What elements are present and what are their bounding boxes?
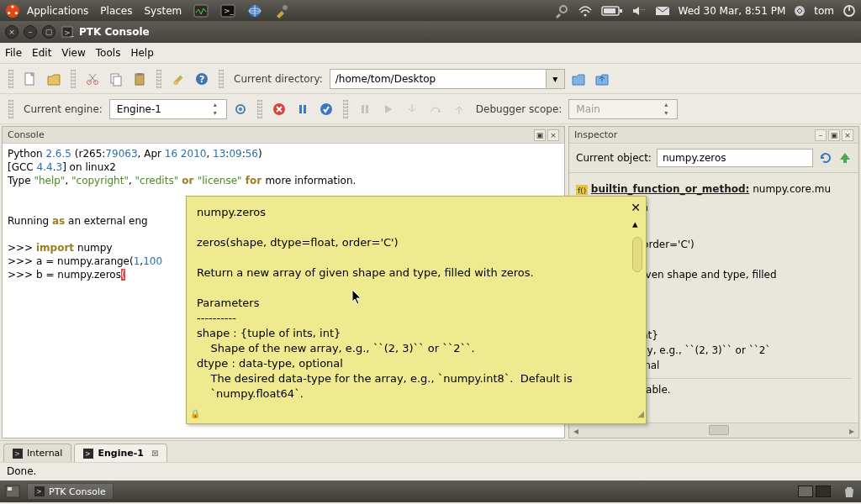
system-monitor-icon[interactable] — [193, 4, 209, 18]
panel-minimize-button[interactable]: – — [815, 129, 827, 141]
volume-icon[interactable]: ··· — [631, 5, 647, 17]
scroll-left-button[interactable]: ◂ — [569, 423, 583, 438]
spin-up-icon[interactable]: ▴ — [208, 101, 223, 109]
directory-dropdown-button[interactable]: ▾ — [547, 69, 565, 89]
panel-close-button[interactable]: × — [547, 129, 559, 141]
wifi-icon[interactable] — [578, 5, 593, 17]
applications-menu[interactable]: Applications — [27, 5, 88, 17]
menu-view[interactable]: View — [61, 47, 85, 59]
tooltip-params-header: Parameters — [197, 296, 636, 311]
tab-engine-1[interactable]: > Engine-1 ⊠ — [74, 444, 167, 462]
svg-point-17 — [795, 6, 805, 16]
workspace-1[interactable] — [798, 486, 813, 497]
menu-help[interactable]: Help — [130, 47, 153, 59]
browse-folder-button[interactable] — [568, 69, 589, 89]
step-in-button[interactable] — [402, 99, 422, 119]
status-text: Done. — [7, 465, 36, 477]
spin-down-icon[interactable]: ▾ — [208, 109, 223, 118]
trash-icon[interactable] — [843, 485, 856, 498]
scroll-thumb[interactable] — [709, 425, 729, 435]
paste-button[interactable] — [129, 69, 150, 89]
lock-icon[interactable]: 🔒 — [190, 407, 200, 422]
cut-button[interactable] — [82, 69, 103, 89]
spin-down-icon[interactable]: ▾ — [658, 109, 673, 118]
mail-icon[interactable] — [655, 5, 670, 17]
battery-icon[interactable] — [601, 5, 623, 17]
console-panel-header[interactable]: Console ▣ × — [3, 127, 564, 144]
tooltip-dashes: ---------- — [197, 311, 636, 326]
menu-tools[interactable]: Tools — [96, 47, 121, 59]
statusbar: Done. — [0, 462, 861, 480]
system-menu[interactable]: System — [144, 5, 182, 17]
pause-engine-button[interactable] — [293, 99, 313, 119]
terminal-icon[interactable]: >_ — [220, 4, 235, 18]
debugger-scope-selector[interactable]: Main ▴▾ — [568, 99, 678, 119]
directory-field[interactable] — [330, 69, 547, 89]
engine-settings-button[interactable] — [230, 99, 251, 119]
user-switch-icon[interactable] — [794, 5, 806, 17]
refresh-button[interactable] — [818, 150, 833, 165]
tooltip-param-desc: `numpy.float64`. — [197, 386, 636, 402]
current-directory-input[interactable]: ▾ — [330, 69, 565, 89]
resize-grip-icon[interactable]: ◢ — [637, 407, 644, 422]
menu-file[interactable]: File — [5, 47, 22, 59]
minimize-window-button[interactable]: – — [24, 25, 37, 39]
menu-edit[interactable]: Edit — [32, 47, 51, 59]
separator-icon — [71, 70, 76, 88]
workspace-switcher[interactable] — [798, 486, 831, 497]
places-menu[interactable]: Places — [100, 5, 132, 17]
window-titlebar[interactable]: × – ▢ >_ PTK Console — [0, 21, 861, 43]
copy-button[interactable] — [106, 69, 126, 89]
show-desktop-button[interactable] — [5, 485, 20, 498]
go-up-button[interactable] — [838, 151, 852, 165]
spin-up-icon[interactable]: ▴ — [658, 101, 673, 109]
browser-icon[interactable] — [247, 3, 262, 18]
wrench-icon[interactable] — [554, 3, 569, 18]
inspector-hscrollbar[interactable]: ◂ ▸ — [569, 423, 858, 438]
folder-up-button[interactable] — [592, 69, 612, 89]
grip-icon[interactable] — [8, 70, 13, 88]
panel-maximize-button[interactable]: ▣ — [534, 129, 546, 141]
step-over-button[interactable] — [425, 99, 446, 119]
username[interactable]: tom — [814, 5, 834, 17]
svg-point-33 — [239, 108, 242, 111]
power-icon[interactable] — [843, 4, 856, 18]
svg-rect-39 — [366, 105, 368, 113]
close-tab-button[interactable]: ⊠ — [151, 449, 158, 458]
stop-engine-button[interactable] — [269, 99, 289, 119]
tab-internal[interactable]: > Internal — [3, 444, 71, 462]
grip-icon[interactable] — [219, 70, 224, 88]
workspace-2[interactable] — [816, 486, 831, 497]
central-area: Console ▣ × Python 2.6.5 (r265:79063, Ap… — [0, 124, 861, 440]
svg-text:?: ? — [199, 74, 204, 85]
open-button[interactable] — [44, 69, 64, 89]
grip-icon[interactable] — [343, 100, 348, 118]
type-value: numpy.core.mu — [753, 183, 831, 195]
step-out-button[interactable] — [449, 99, 469, 119]
close-window-button[interactable]: × — [5, 25, 18, 39]
tools-icon[interactable] — [274, 3, 289, 18]
tab-label: Engine-1 — [98, 448, 144, 459]
engine-selector[interactable]: Engine-1 ▴▾ — [109, 99, 227, 119]
tooltip-scrollbar[interactable]: ▴ — [632, 217, 644, 410]
scroll-right-button[interactable]: ▸ — [845, 423, 858, 438]
clock[interactable]: Wed 30 Mar, 8:51 PM — [679, 5, 786, 17]
svg-text:>: > — [14, 450, 20, 458]
inspector-panel-header[interactable]: Inspector – ▣ × — [569, 127, 858, 144]
help-button[interactable]: ? — [192, 69, 212, 89]
debug-pause-button[interactable] — [355, 99, 375, 119]
panel-maximize-button[interactable]: ▣ — [828, 129, 840, 141]
inspector-panel-title: Inspector — [574, 129, 617, 140]
clear-button[interactable] — [168, 69, 188, 89]
tooltip-signature: zeros(shape, dtype=float, order='C') — [197, 235, 636, 250]
taskbar-item-ptk[interactable]: > PTK Console — [27, 483, 114, 500]
close-tooltip-button[interactable]: ✕ — [631, 200, 641, 215]
grip-icon[interactable] — [8, 100, 13, 118]
maximize-window-button[interactable]: ▢ — [42, 25, 55, 39]
gnome-top-panel: Applications Places System >_ ··· Wed 30… — [0, 0, 861, 21]
run-engine-button[interactable] — [316, 99, 336, 119]
current-object-input[interactable] — [657, 149, 813, 167]
debug-continue-button[interactable] — [378, 99, 399, 119]
new-file-button[interactable] — [20, 69, 40, 89]
panel-close-button[interactable]: × — [842, 129, 853, 141]
